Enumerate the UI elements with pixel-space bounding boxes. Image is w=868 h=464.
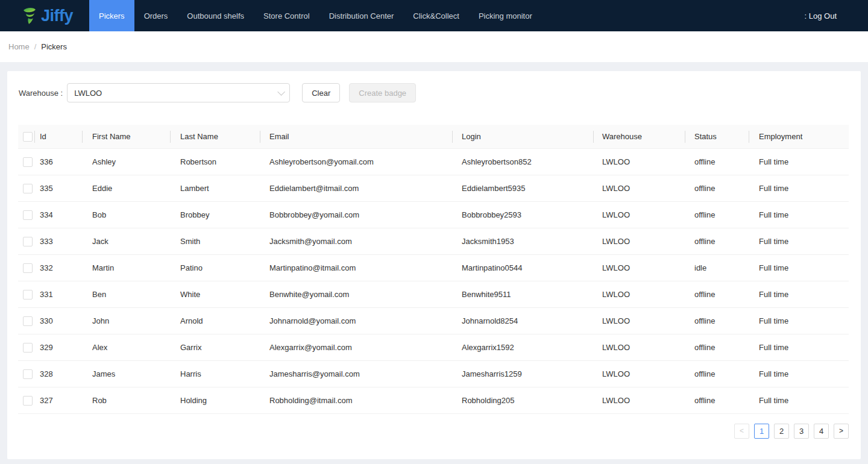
nav-item-picking-monitor[interactable]: Picking monitor xyxy=(469,0,542,31)
row-checkbox[interactable] xyxy=(23,290,33,299)
row-checkbox[interactable] xyxy=(23,263,33,273)
cell-login: Robholding205 xyxy=(453,387,594,413)
cell-warehouse: LWLOO xyxy=(594,175,685,201)
cell-employment: Full time xyxy=(749,387,849,413)
pagination-page-3[interactable]: 3 xyxy=(794,424,809,439)
nav-item-outbound-shelfs[interactable]: Outbound shelfs xyxy=(177,0,254,31)
cell-status: offline xyxy=(685,202,749,228)
cell-employment: Full time xyxy=(749,202,849,228)
table-row[interactable]: 330 John Arnold Johnarnold@yomail.com Jo… xyxy=(18,308,849,334)
warehouse-select-value: LWLOO xyxy=(74,89,102,98)
cell-last-name: Arnold xyxy=(171,308,260,334)
cell-employment: Full time xyxy=(749,361,849,387)
pagination-page-4[interactable]: 4 xyxy=(814,424,829,439)
breadcrumb-separator: / xyxy=(34,42,37,51)
cell-employment: Full time xyxy=(749,149,849,175)
table-row[interactable]: 336 Ashley Robertson Ashleyrobertson@yom… xyxy=(18,149,849,175)
cell-warehouse: LWLOO xyxy=(594,334,685,360)
pagination-prev-icon[interactable]: < xyxy=(734,424,749,439)
cell-email: Jamesharris@yomail.com xyxy=(260,361,453,387)
cell-id: 335 xyxy=(35,175,83,201)
cell-checkbox xyxy=(18,308,35,334)
logout-button[interactable]: : Log Out xyxy=(805,0,868,31)
header-cell-warehouse: Warehouse xyxy=(594,125,685,148)
cell-first-name: Rob xyxy=(83,387,171,413)
cell-first-name: Alex xyxy=(83,334,171,360)
cell-warehouse: LWLOO xyxy=(594,308,685,334)
cell-id: 331 xyxy=(35,281,83,307)
cell-login: Benwhite9511 xyxy=(453,281,594,307)
cell-login: Alexgarrix1592 xyxy=(453,334,594,360)
cell-checkbox xyxy=(18,255,35,281)
cell-employment: Full time xyxy=(749,228,849,254)
cell-login: Martinpatino0544 xyxy=(453,255,594,281)
cell-id: 327 xyxy=(35,387,83,413)
breadcrumb: Home / Pickers xyxy=(0,31,868,62)
cell-warehouse: LWLOO xyxy=(594,202,685,228)
header-cell-last-name: Last Name xyxy=(171,125,260,148)
nav-item-store-control[interactable]: Store Control xyxy=(254,0,319,31)
row-checkbox[interactable] xyxy=(23,157,33,167)
table-row[interactable]: 334 Bob Brobbey Bobbrobbey@yomail.com Bo… xyxy=(18,202,849,228)
nav-item-distribution-center[interactable]: Distribution Center xyxy=(319,0,404,31)
cell-status: offline xyxy=(685,334,749,360)
breadcrumb-home[interactable]: Home xyxy=(8,42,30,51)
cell-last-name: Smith xyxy=(171,228,260,254)
pagination-page-1[interactable]: 1 xyxy=(754,424,769,439)
table-row[interactable]: 327 Rob Holding Robholding@itmail.com Ro… xyxy=(18,387,849,414)
row-checkbox[interactable] xyxy=(23,396,33,406)
cell-first-name: James xyxy=(83,361,171,387)
header-cell-id: Id xyxy=(35,125,83,148)
cell-email: Martinpatino@itmail.com xyxy=(260,255,453,281)
row-checkbox[interactable] xyxy=(23,369,33,379)
cell-last-name: Harris xyxy=(171,361,260,387)
nav-item-orders[interactable]: Orders xyxy=(134,0,178,31)
table-row[interactable]: 329 Alex Garrix Alexgarrix@yomail.com Al… xyxy=(18,334,849,361)
cell-email: Ashleyrobertson@yomail.com xyxy=(260,149,453,175)
table-row[interactable]: 332 Martin Patino Martinpatino@itmail.co… xyxy=(18,255,849,281)
cell-email: Eddielambert@itmail.com xyxy=(260,175,453,201)
cell-first-name: Eddie xyxy=(83,175,171,201)
row-checkbox[interactable] xyxy=(23,237,33,246)
nav-item-click-collect[interactable]: Click&Collect xyxy=(403,0,469,31)
cell-warehouse: LWLOO xyxy=(594,149,685,175)
warehouse-label: Warehouse : xyxy=(19,89,63,98)
cell-email: Benwhite@yomail.com xyxy=(260,281,453,307)
cell-warehouse: LWLOO xyxy=(594,228,685,254)
warehouse-select[interactable]: LWLOO xyxy=(67,83,290,102)
cell-employment: Full time xyxy=(749,175,849,201)
cell-last-name: Garrix xyxy=(171,334,260,360)
table-row[interactable]: 331 Ben White Benwhite@yomail.com Benwhi… xyxy=(18,281,849,308)
cell-status: offline xyxy=(685,228,749,254)
cell-checkbox xyxy=(18,228,35,254)
table-row[interactable]: 333 Jack Smith Jacksmith@yomail.com Jack… xyxy=(18,228,849,255)
jiffy-tornado-icon xyxy=(22,7,37,25)
cell-login: Ashleyrobertson852 xyxy=(453,149,594,175)
row-checkbox[interactable] xyxy=(23,316,33,326)
cell-email: Alexgarrix@yomail.com xyxy=(260,334,453,360)
page: Jiffy PickersOrdersOutbound shelfsStore … xyxy=(0,0,868,459)
cell-checkbox xyxy=(18,149,35,175)
clear-button[interactable]: Clear xyxy=(302,83,340,102)
nav-item-pickers[interactable]: Pickers xyxy=(89,0,134,31)
cell-email: Jacksmith@yomail.com xyxy=(260,228,453,254)
table-row[interactable]: 328 James Harris Jamesharris@yomail.com … xyxy=(18,361,849,387)
pagination-next-icon[interactable]: > xyxy=(834,424,849,439)
row-checkbox[interactable] xyxy=(23,210,33,220)
filter-row: Warehouse : LWLOO Clear Create badge xyxy=(7,71,861,102)
select-all-checkbox[interactable] xyxy=(23,132,33,142)
pagination: <1234> xyxy=(7,424,849,439)
pagination-page-2[interactable]: 2 xyxy=(774,424,789,439)
cell-first-name: Martin xyxy=(83,255,171,281)
row-checkbox[interactable] xyxy=(23,343,33,353)
cell-login: Jamesharris1259 xyxy=(453,361,594,387)
cell-status: offline xyxy=(685,361,749,387)
cell-login: Bobbrobbey2593 xyxy=(453,202,594,228)
table-row[interactable]: 335 Eddie Lambert Eddielambert@itmail.co… xyxy=(18,175,849,202)
cell-employment: Full time xyxy=(749,255,849,281)
create-badge-button[interactable]: Create badge xyxy=(349,83,416,102)
table-body: 336 Ashley Robertson Ashleyrobertson@yom… xyxy=(18,149,849,414)
row-checkbox[interactable] xyxy=(23,184,33,193)
logo: Jiffy xyxy=(0,0,89,31)
header-cell-email: Email xyxy=(260,125,453,148)
